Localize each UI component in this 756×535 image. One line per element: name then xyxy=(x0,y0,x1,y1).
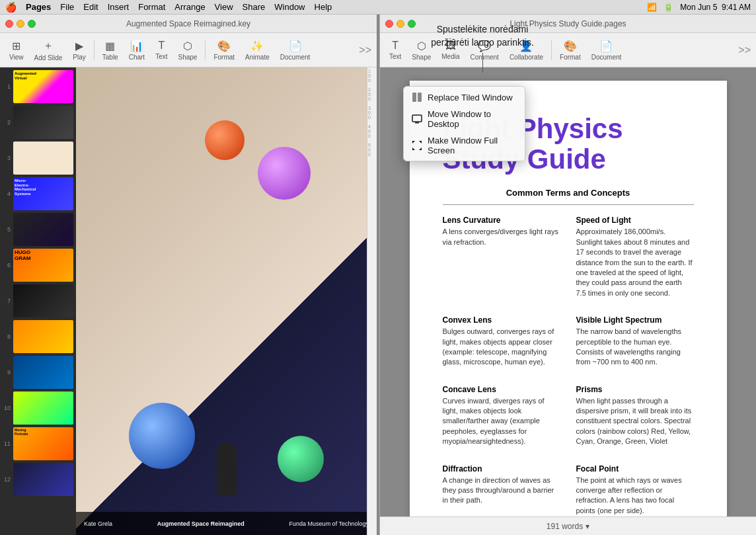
menu-format[interactable]: Format xyxy=(138,2,165,12)
slide-img-9 xyxy=(13,356,73,389)
menu-window[interactable]: Window xyxy=(274,2,305,12)
view-label: View xyxy=(9,54,24,61)
term-title-lens-curvature: Lens Curvature xyxy=(443,216,560,225)
traffic-lights[interactable] xyxy=(5,20,36,28)
maximize-button[interactable] xyxy=(28,20,36,28)
slide-thumb-7[interactable]: 7 xyxy=(3,284,73,317)
animate-icon: ✨ xyxy=(250,40,264,52)
slide-photographer: Kate Grela xyxy=(84,520,112,527)
ctx-move-to-desktop[interactable]: Move Window to Desktop xyxy=(404,106,525,132)
menu-file[interactable]: File xyxy=(60,2,74,12)
term-convex-lens: Convex Lens Bulges outward, converges ra… xyxy=(443,315,560,374)
format-icon: 🎨 xyxy=(217,40,231,52)
ctx-full-screen[interactable]: Make Window Full Screen xyxy=(404,132,525,159)
slide-num-12: 12 xyxy=(3,476,11,483)
slide-num-8: 8 xyxy=(3,333,11,340)
menu-help[interactable]: Help xyxy=(315,2,332,12)
minimize-button[interactable] xyxy=(17,20,24,28)
slide-num-3: 3 xyxy=(3,155,11,161)
keynote-toolbar: ⊞ View ＋ Add Slide ▶ Play ▦ Table 📊 Char… xyxy=(0,33,377,67)
add-slide-icon: ＋ xyxy=(43,39,54,53)
pages-document-label: Document xyxy=(591,54,622,61)
slide-main-content: Kate Grela Augmented Space Reimagined Fu… xyxy=(76,67,377,535)
slide-img-6: HUGOGRAM xyxy=(13,249,73,282)
toolbar-divider-2 xyxy=(205,40,206,60)
battery-icon: 🔋 xyxy=(663,3,673,12)
slide-thumb-1[interactable]: 1 AugmentedVirtual xyxy=(3,70,73,103)
slide-thumb-11[interactable]: 11 MovingPortraits xyxy=(3,427,73,460)
word-count-dropdown[interactable]: ▾ xyxy=(586,522,589,531)
slide-thumb-4[interactable]: 4 Micro-Electro-MechanicalSystems xyxy=(3,177,73,210)
term-def-concave-lens: Curves inward, diverges rays of light, m… xyxy=(443,396,560,447)
shape-label: Shape xyxy=(178,54,197,61)
term-def-focal-point: The point at which rays or waves converg… xyxy=(576,475,694,516)
toolbar-divider-1 xyxy=(94,40,94,60)
text-icon: T xyxy=(158,40,165,52)
toolbar-text[interactable]: T Text xyxy=(151,38,171,62)
toolbar-add-slide[interactable]: ＋ Add Slide xyxy=(30,38,67,63)
slide-img-10 xyxy=(13,391,73,425)
ctx-replace-tiled[interactable]: Replace Tiled Window xyxy=(404,89,525,106)
menu-pages[interactable]: Pages xyxy=(26,2,51,12)
term-concave-lens: Concave Lens Curves inward, diverges ray… xyxy=(443,385,560,454)
format-label: Format xyxy=(213,54,235,61)
toolbar-table[interactable]: ▦ Table xyxy=(98,38,122,62)
term-lens-curvature: Lens Curvature A lens converges/diverges… xyxy=(443,216,560,305)
term-def-diffraction: A change in direction of waves as they p… xyxy=(443,475,560,506)
slide-thumb-3[interactable]: 3 xyxy=(3,142,73,175)
toolbar-shape[interactable]: ⬡ Shape xyxy=(174,38,201,62)
pages-toolbar-document[interactable]: 📄 Document xyxy=(587,38,626,62)
menu-insert[interactable]: Insert xyxy=(108,2,130,12)
slide-thumb-9[interactable]: 9 xyxy=(3,356,73,389)
slide-num-10: 10 xyxy=(3,405,11,411)
slide-thumb-8[interactable]: 8 xyxy=(3,320,73,353)
sphere-purple xyxy=(258,147,311,200)
toolbar-format[interactable]: 🎨 Format xyxy=(209,38,239,62)
term-prisms: Prisms When light passes through a dispe… xyxy=(576,385,694,454)
term-title-concave-lens: Concave Lens xyxy=(443,385,560,394)
menubar-left: 🍎 Pages File Edit Insert Format Arrange … xyxy=(0,0,377,15)
pages-document-icon: 📄 xyxy=(599,40,613,52)
slide-thumb-12[interactable]: 12 xyxy=(3,463,73,496)
slide-img-8 xyxy=(13,320,73,353)
slide-img-11: MovingPortraits xyxy=(13,427,73,460)
term-def-convex-lens: Bulges outward, converges rays of light,… xyxy=(443,327,560,368)
date-time: Mon Jun 5 9:41 AM xyxy=(680,3,751,12)
term-def-speed-of-light: Approximately 186,000mi/s. Sunlight take… xyxy=(576,227,694,298)
slide-venue: Funda Museum of Technology xyxy=(289,520,369,527)
close-button[interactable] xyxy=(5,20,13,28)
pages-toolbar-more[interactable]: >> xyxy=(738,44,751,56)
menu-edit[interactable]: Edit xyxy=(83,2,98,12)
apple-menu[interactable]: 🍎 xyxy=(5,2,17,13)
toolbar-view[interactable]: ⊞ View xyxy=(5,38,28,62)
menu-arrange[interactable]: Arrange xyxy=(174,2,205,12)
toolbar-animate[interactable]: ✨ Animate xyxy=(241,38,274,62)
toolbar-chart[interactable]: 📊 Chart xyxy=(125,38,149,62)
menu-share[interactable]: Share xyxy=(243,2,266,12)
svg-rect-0 xyxy=(412,93,416,102)
slide-thumb-5[interactable]: 5 xyxy=(3,213,73,246)
keynote-window: Augmented Space Reimagined.key ⊞ View ＋ … xyxy=(0,15,377,535)
slide-thumb-6[interactable]: 6 HUGOGRAM xyxy=(3,249,73,282)
word-count: 191 words xyxy=(547,522,583,531)
toolbar-document[interactable]: 📄 Document xyxy=(276,38,315,62)
slide-num-4: 4 xyxy=(3,190,11,197)
toolbar-play[interactable]: ▶ Play xyxy=(69,38,89,62)
slide-img-5 xyxy=(13,213,73,246)
term-def-prisms: When light passes through a dispersive p… xyxy=(576,396,694,447)
slide-canvas: Kate Grela Augmented Space Reimagined Fu… xyxy=(76,67,377,535)
keynote-main: 1 AugmentedVirtual 2 3 4 xyxy=(0,67,377,535)
sphere-green xyxy=(278,436,324,482)
slide-thumb-10[interactable]: 10 xyxy=(3,391,73,425)
slide-ruler-right: 100200300400500 xyxy=(367,67,377,535)
term-title-visible-spectrum: Visible Light Spectrum xyxy=(576,315,694,325)
chart-icon: 📊 xyxy=(130,40,143,52)
toolbar-more[interactable]: >> xyxy=(359,44,371,56)
slide-thumb-2[interactable]: 2 xyxy=(3,106,73,139)
svg-rect-2 xyxy=(412,115,422,122)
slide-num-2: 2 xyxy=(3,119,11,126)
term-title-convex-lens: Convex Lens xyxy=(443,315,560,325)
window-gap xyxy=(377,15,379,535)
text-label: Text xyxy=(155,53,167,60)
menu-view[interactable]: View xyxy=(215,2,233,12)
